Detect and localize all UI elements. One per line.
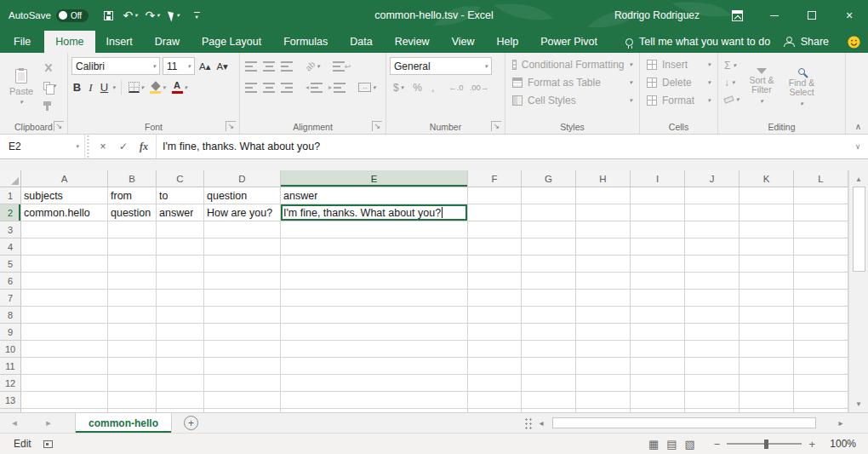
row-header-9[interactable]: 9 [0, 324, 21, 341]
minimize-button[interactable] [756, 0, 793, 31]
cell-E13[interactable] [281, 392, 468, 409]
cell-C10[interactable] [157, 341, 204, 358]
decrease-indent-button[interactable]: ◂ [304, 78, 324, 96]
conditional-formatting-button[interactable]: Conditional Formatting ▾ [509, 55, 636, 73]
cell-E7[interactable] [281, 290, 468, 307]
cell-F1[interactable] [468, 187, 522, 204]
font-name-combobox[interactable]: Calibri ▾ [71, 57, 160, 75]
horizontal-scroll-thumb[interactable] [552, 417, 816, 428]
tab-file[interactable]: File [0, 31, 44, 53]
cell-J10[interactable] [685, 341, 740, 358]
cell-A13[interactable] [21, 392, 108, 409]
dropdown-icon[interactable]: ▾ [112, 84, 116, 91]
cell-J9[interactable] [685, 324, 740, 341]
select-all-button[interactable] [0, 170, 21, 187]
cell-B8[interactable] [108, 307, 157, 324]
cell-D7[interactable] [204, 290, 281, 307]
dropdown-icon[interactable]: ▾ [134, 12, 137, 19]
align-middle-button[interactable] [261, 57, 277, 75]
cell-G8[interactable] [522, 307, 576, 324]
cell-F8[interactable] [468, 307, 522, 324]
cell-K3[interactable] [740, 221, 794, 238]
cell-L1[interactable] [794, 187, 848, 204]
cell-B1[interactable]: from [108, 187, 157, 204]
cell-C11[interactable] [157, 358, 204, 375]
cell-L4[interactable] [794, 238, 848, 256]
cell-H5[interactable] [576, 256, 631, 273]
cell-D13[interactable] [204, 392, 281, 409]
align-center-button[interactable] [261, 78, 277, 96]
cell-B7[interactable] [108, 290, 157, 307]
dropdown-icon[interactable]: ▾ [373, 84, 376, 91]
dropdown-icon[interactable]: ▾ [401, 84, 404, 91]
borders-button[interactable]: ▾ [127, 78, 146, 96]
cell-A11[interactable] [21, 358, 108, 375]
find-select-button[interactable]: Find & Select ▾ [782, 55, 822, 118]
cell-L12[interactable] [794, 375, 848, 392]
cell-A1[interactable]: subjects [21, 187, 108, 204]
paste-button[interactable]: Paste ▾ [3, 55, 39, 118]
share-button[interactable]: Share [774, 31, 839, 53]
cell-J3[interactable] [685, 221, 740, 238]
tab-help[interactable]: Help [486, 31, 530, 53]
cell-F11[interactable] [468, 358, 522, 375]
cell-L3[interactable] [794, 221, 848, 238]
column-header-K[interactable]: K [740, 170, 794, 187]
cell-F2[interactable] [468, 204, 522, 221]
cell-L13[interactable] [794, 392, 848, 409]
tab-view[interactable]: View [441, 31, 486, 53]
ribbon-display-options-button[interactable] [718, 0, 756, 31]
cell-A6[interactable] [21, 273, 108, 290]
insert-function-button[interactable]: fx [134, 141, 154, 153]
cell-I5[interactable] [631, 256, 685, 273]
cell-L9[interactable] [794, 324, 848, 341]
column-header-L[interactable]: L [794, 170, 848, 187]
tab-home[interactable]: Home [44, 31, 94, 53]
cell-F7[interactable] [468, 290, 522, 307]
alignment-dialog-launcher[interactable]: ↘ [372, 121, 382, 131]
format-as-table-button[interactable]: Format as Table ▾ [509, 73, 636, 91]
align-bottom-button[interactable] [279, 57, 294, 75]
column-header-I[interactable]: I [631, 170, 685, 187]
cell-I7[interactable] [631, 290, 685, 307]
cell-C13[interactable] [157, 392, 204, 409]
column-header-E[interactable]: E [281, 170, 468, 187]
cell-K8[interactable] [740, 307, 794, 324]
cell-G6[interactable] [522, 273, 576, 290]
zoom-in-button[interactable]: + [808, 438, 815, 451]
row-header-12[interactable]: 12 [0, 375, 21, 392]
cell-K12[interactable] [740, 375, 794, 392]
cell-F9[interactable] [468, 324, 522, 341]
cell-A12[interactable] [21, 375, 108, 392]
cell-B5[interactable] [108, 256, 157, 273]
cell-B13[interactable] [108, 392, 157, 409]
cell-C3[interactable] [157, 221, 204, 238]
cell-F10[interactable] [468, 341, 522, 358]
row-header-13[interactable]: 13 [0, 392, 21, 409]
cell-K4[interactable] [740, 238, 794, 256]
cell-K10[interactable] [740, 341, 794, 358]
cell-J12[interactable] [685, 375, 740, 392]
cell-K11[interactable] [740, 358, 794, 375]
cell-J4[interactable] [685, 238, 740, 256]
merge-center-button[interactable]: ↔▾ [357, 78, 378, 96]
cell-D3[interactable] [204, 221, 281, 238]
cell-B12[interactable] [108, 375, 157, 392]
cell-J6[interactable] [685, 273, 740, 290]
cell-I9[interactable] [631, 324, 685, 341]
orientation-button[interactable]: ab▾ [304, 57, 322, 75]
column-header-G[interactable]: G [522, 170, 576, 187]
cell-A8[interactable] [21, 307, 108, 324]
cell-K5[interactable] [740, 256, 794, 273]
cell-G4[interactable] [522, 238, 576, 256]
font-size-combobox[interactable]: 11 ▾ [163, 57, 195, 75]
cell-A2[interactable]: common.hello [21, 204, 108, 221]
dropdown-icon[interactable]: ▾ [163, 84, 166, 91]
tab-review[interactable]: Review [384, 31, 441, 53]
cell-I3[interactable] [631, 221, 685, 238]
italic-button[interactable]: I [85, 81, 96, 95]
cell-H2[interactable] [576, 204, 631, 221]
page-layout-view-button[interactable]: ▤ [666, 438, 677, 451]
cell-I13[interactable] [631, 392, 685, 409]
increase-decimal-button[interactable]: ←.0 [447, 78, 465, 96]
